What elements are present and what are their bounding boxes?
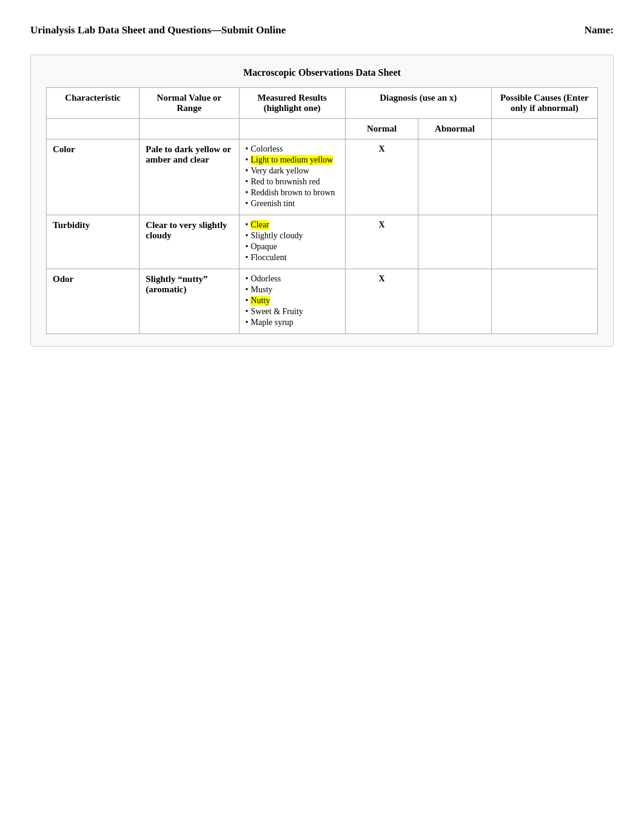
row-1-item-0: Clear bbox=[246, 220, 339, 230]
col-header-measured: Measured Results (highlight one) bbox=[239, 88, 345, 119]
row-0-normal-x: X bbox=[345, 139, 418, 215]
col-header-normal-value: Normal Value or Range bbox=[139, 88, 239, 119]
row-2-item-3: Sweet & Fruity bbox=[246, 307, 339, 317]
row-2-item-0: Odorless bbox=[246, 274, 339, 284]
row-0-possible-causes bbox=[491, 139, 597, 215]
row-2-measured: OdorlessMustyNuttySweet & FruityMaple sy… bbox=[239, 269, 345, 334]
row-0-item-2: Very dark yellow bbox=[246, 166, 339, 176]
row-2-item-4: Maple syrup bbox=[246, 318, 339, 327]
col-header-characteristic: Characteristic bbox=[47, 88, 139, 119]
row-0-normal-value: Pale to dark yellow or amber and clear bbox=[139, 139, 239, 215]
row-0-item-0: Colorless bbox=[246, 144, 339, 154]
row-2-possible-causes bbox=[491, 269, 597, 334]
row-1-normal-value: Clear to very slightly cloudy bbox=[139, 215, 239, 269]
col-sub-normal-empty bbox=[139, 119, 239, 139]
col-sub-possible-empty bbox=[491, 119, 597, 139]
col-sub-measured-empty bbox=[239, 119, 345, 139]
table-title: Macroscopic Observations Data Sheet bbox=[46, 67, 598, 78]
row-1-abnormal-x bbox=[418, 215, 491, 269]
row-1-measured: ClearSlightly cloudyOpaqueFlocculent bbox=[239, 215, 345, 269]
row-0-item-4: Reddish brown to brown bbox=[246, 188, 339, 198]
row-0-item-1: Light to medium yellow bbox=[246, 155, 339, 165]
row-2-item-1: Musty bbox=[246, 285, 339, 295]
row-1-item-1: Slightly cloudy bbox=[246, 231, 339, 241]
row-1-item-3: Flocculent bbox=[246, 253, 339, 263]
observations-table: Characteristic Normal Value or Range Mea… bbox=[46, 87, 598, 334]
col-sub-characteristic-empty bbox=[47, 119, 139, 139]
row-1-characteristic: Turbidity bbox=[47, 215, 139, 269]
row-2-abnormal-x bbox=[418, 269, 491, 334]
row-1-normal-x: X bbox=[345, 215, 418, 269]
name-label: Name: bbox=[585, 24, 614, 36]
row-1-possible-causes bbox=[491, 215, 597, 269]
row-2-item-2: Nutty bbox=[246, 296, 339, 306]
row-1-item-2: Opaque bbox=[246, 242, 339, 252]
row-2-normal-value: Slightly “nutty” (aromatic) bbox=[139, 269, 239, 334]
col-header-possible: Possible Causes (Enter only if abnormal) bbox=[491, 88, 597, 119]
row-0-characteristic: Color bbox=[47, 139, 139, 215]
row-0-abnormal-x bbox=[418, 139, 491, 215]
row-0-measured: ColorlessLight to medium yellowVery dark… bbox=[239, 139, 345, 215]
col-header-diagnosis: Diagnosis (use an x) bbox=[345, 88, 491, 119]
table-container: Macroscopic Observations Data Sheet Char… bbox=[30, 55, 614, 347]
row-2-characteristic: Odor bbox=[47, 269, 139, 334]
col-sub-normal: Normal bbox=[345, 119, 418, 139]
page-title: Urinalysis Lab Data Sheet and Questions—… bbox=[30, 24, 286, 36]
row-0-item-5: Greenish tint bbox=[246, 199, 339, 209]
row-2-normal-x: X bbox=[345, 269, 418, 334]
col-sub-abnormal: Abnormal bbox=[418, 119, 491, 139]
row-0-item-3: Red to brownish red bbox=[246, 177, 339, 187]
